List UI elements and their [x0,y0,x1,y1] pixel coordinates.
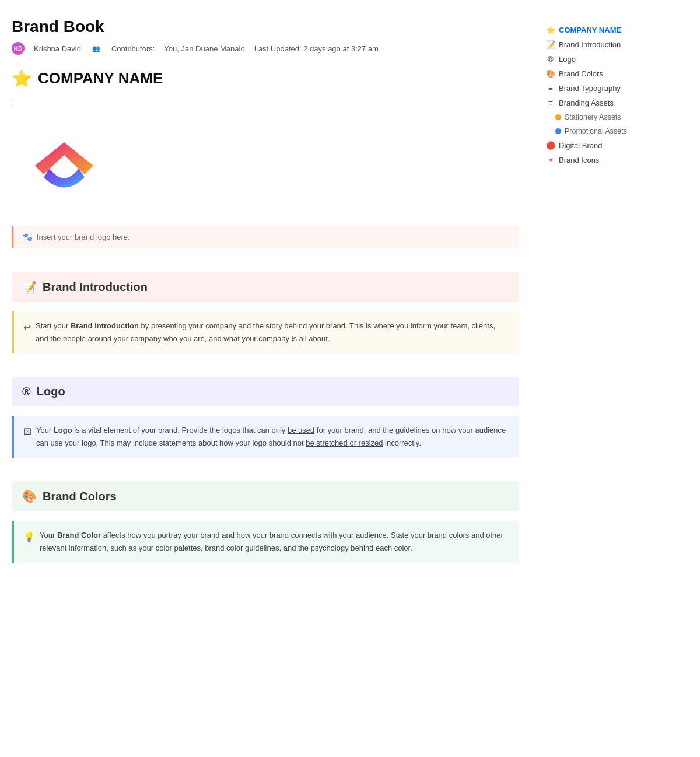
sidebar: ⭐ COMPANY NAME 📝 Brand Introduction ® Lo… [542,17,659,587]
author-name: Krishna David [34,44,81,53]
sidebar-item-promotional-assets[interactable]: Promotional Assets [542,125,659,138]
section-brand-colors: 🎨 Brand Colors 💡 Your Brand Color affect… [12,481,519,563]
brand-introduction-bold: Brand Introduction [71,321,139,330]
sidebar-branding-assets-label: Branding Assets [559,99,614,107]
page-title: Brand Book [12,17,519,36]
sidebar-brand-intro-label: Brand Introduction [559,40,621,49]
sidebar-digital-brand-label: Digital Brand [559,141,602,150]
drag-handle: ⁚ [12,97,519,108]
sidebar-logo-label: Logo [559,55,576,64]
brand-colors-callout-text: Your Brand Color affects how you portray… [40,531,503,552]
logo-callout-text: Your Logo is a vital element of your bra… [36,426,506,447]
main-content: Brand Book KD Krishna David 👥 Contributo… [12,17,519,587]
sidebar-digital-brand-icon: 🔴 [546,141,555,150]
logo-callout-icon: ⚄ [23,424,32,440]
sidebar-star-icon: ⭐ [546,26,555,34]
sidebar-item-digital-brand[interactable]: 🔴 Digital Brand [542,139,659,152]
section-brand-introduction: 📝 Brand Introduction ↩ Start your Brand … [12,272,519,353]
brand-introduction-title: Brand Introduction [43,281,148,294]
sidebar-stationery-label: Stationery Assets [565,113,621,121]
brand-logo-callout: 🐾 Insert your brand logo here. [12,226,519,248]
sidebar-stationery-dot [555,114,561,120]
logo-title: Logo [37,385,65,398]
brand-colors-title: Brand Colors [43,490,117,503]
brand-introduction-callout: ↩ Start your Brand Introduction by prese… [12,311,519,353]
logo-callout: ⚄ Your Logo is a vital element of your b… [12,416,519,458]
brand-colors-header: 🎨 Brand Colors [12,481,519,511]
sidebar-brand-icons-icon: ✦ [546,156,555,164]
logo-header: ® Logo [12,377,519,406]
logo-underline2: be stretched or resized [306,439,383,447]
brand-introduction-callout-text: Start your Brand Introduction by present… [36,321,495,343]
last-updated: Last Updated: 2 days ago at 3:27 am [254,44,379,53]
sidebar-branding-assets-icon: ≡ [546,99,555,107]
logo-bold: Logo [54,426,72,434]
sidebar-brand-colors-label: Brand Colors [559,69,603,78]
sidebar-item-company-name[interactable]: ⭐ COMPANY NAME [542,23,659,37]
logo-underline1: be used [288,426,314,434]
contributors-names: You, Jan Duane Manalo [164,44,244,53]
sidebar-item-brand-introduction[interactable]: 📝 Brand Introduction [542,38,659,51]
company-name-heading: ⭐ COMPANY NAME [12,69,519,88]
sidebar-brand-typography-label: Brand Typography [559,84,621,93]
logo-icon: ® [22,385,31,398]
sidebar-item-brand-colors[interactable]: 🎨 Brand Colors [542,67,659,80]
brand-logo-callout-icon: 🐾 [23,233,32,241]
brand-logo-callout-text: Insert your brand logo here. [37,233,130,241]
sidebar-item-branding-assets[interactable]: ≡ Branding Assets [542,96,659,110]
sidebar-item-brand-typography[interactable]: ≡ Brand Typography [542,82,659,95]
company-name-section: ⭐ COMPANY NAME ⁚ [12,69,519,248]
sidebar-brand-colors-icon: 🎨 [546,69,555,78]
brand-colors-callout-icon: 💡 [23,529,35,545]
star-icon: ⭐ [12,69,32,88]
logo-area [18,113,519,208]
sidebar-item-stationery-assets[interactable]: Stationery Assets [542,111,659,124]
brand-introduction-icon: 📝 [22,280,37,294]
sidebar-logo-icon: ® [546,55,555,64]
brand-colors-icon: 🎨 [22,489,37,503]
sidebar-brand-intro-icon: 📝 [546,40,555,49]
meta-row: KD Krishna David 👥 Contributors: You, Ja… [12,42,519,55]
sidebar-company-name-label: COMPANY NAME [559,26,621,34]
sidebar-brand-icons-label: Brand Icons [559,156,599,164]
company-name-text: COMPANY NAME [38,69,163,87]
section-logo: ® Logo ⚄ Your Logo is a vital element of… [12,377,519,458]
sidebar-item-logo[interactable]: ® Logo [542,52,659,66]
brand-colors-bold: Brand Color [57,531,101,539]
sidebar-item-brand-icons[interactable]: ✦ Brand Icons [542,153,659,167]
brand-introduction-header: 📝 Brand Introduction [12,272,519,302]
clickup-logo-svg [18,113,111,206]
brand-introduction-callout-icon: ↩ [23,320,31,335]
contributors-icon: 👥 [90,43,102,54]
contributors-label: Contributors: [111,44,155,53]
sidebar-promotional-label: Promotional Assets [565,127,627,135]
sidebar-typography-icon: ≡ [546,84,555,93]
brand-colors-callout: 💡 Your Brand Color affects how you portr… [12,521,519,563]
avatar: KD [12,42,24,55]
sidebar-promotional-dot [555,128,561,134]
